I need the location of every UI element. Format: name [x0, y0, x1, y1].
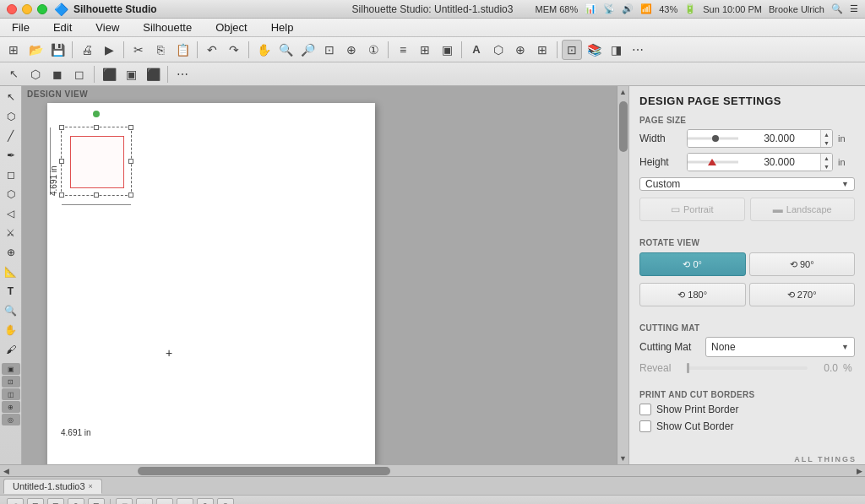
- tool-pan[interactable]: ✋: [2, 321, 20, 339]
- tb-align[interactable]: ≡: [393, 40, 413, 60]
- ctx-pointer[interactable]: ↖: [3, 64, 24, 84]
- tb-library[interactable]: 📚: [584, 40, 604, 60]
- scroll-thumb[interactable]: [619, 101, 628, 152]
- status-btn-fullscreen[interactable]: ◉: [217, 498, 234, 504]
- tool-weld[interactable]: ⊕: [2, 243, 20, 262]
- tool-text[interactable]: T: [2, 282, 20, 301]
- minimize-button[interactable]: [22, 4, 32, 14]
- menu-help[interactable]: Help: [266, 19, 299, 35]
- rotate-90-btn[interactable]: ⟲ 90°: [749, 252, 856, 276]
- close-button[interactable]: [7, 4, 17, 14]
- tool-polygon[interactable]: ⬡: [2, 185, 20, 203]
- status-btn-mirror-h[interactable]: ↔: [156, 498, 173, 504]
- tool-zoom[interactable]: 🔍: [2, 301, 20, 320]
- handle-tl[interactable]: [59, 125, 64, 130]
- tool-paint[interactable]: 🖌: [2, 340, 20, 359]
- scroll-right-btn[interactable]: ▶: [853, 465, 865, 476]
- landscape-button[interactable]: ▬ Landscape: [750, 198, 856, 221]
- tool-measure[interactable]: 📐: [2, 263, 20, 281]
- width-slider[interactable]: [688, 130, 738, 147]
- cutting-mat-dropdown[interactable]: None ▼: [705, 337, 855, 357]
- menu-object[interactable]: Object: [210, 19, 253, 35]
- tool-eraser[interactable]: ◁: [2, 204, 20, 223]
- tb-zoomsel[interactable]: ⊕: [341, 40, 362, 60]
- height-input-container[interactable]: 30.000 ▲ ▼: [687, 153, 833, 171]
- tb-pagesettings[interactable]: ⊡: [562, 40, 582, 60]
- tb-save[interactable]: 💾: [47, 40, 68, 60]
- maximize-button[interactable]: [37, 4, 47, 14]
- handle-bm[interactable]: [94, 192, 99, 198]
- reveal-thumb[interactable]: [687, 363, 689, 373]
- status-btn-snap[interactable]: ⊕: [68, 498, 84, 504]
- tb-trace[interactable]: ⊕: [510, 40, 530, 60]
- height-slider-thumb[interactable]: [708, 159, 716, 165]
- tb-node[interactable]: ⬡: [488, 40, 509, 60]
- tool-select[interactable]: ↖: [2, 88, 20, 106]
- handle-mr[interactable]: [128, 159, 133, 164]
- slider-thumb[interactable]: [712, 135, 719, 142]
- portrait-button[interactable]: ▭ Portrait: [639, 198, 745, 221]
- status-btn-outline[interactable]: ◻: [116, 498, 133, 504]
- tab-untitled[interactable]: Untitled-1.studio3 ×: [3, 479, 102, 494]
- tb-more[interactable]: ⋯: [628, 40, 648, 60]
- tb-send[interactable]: ▶: [99, 40, 119, 60]
- menu-view[interactable]: View: [90, 19, 124, 35]
- handle-tr[interactable]: [128, 125, 133, 130]
- show-print-border-checkbox[interactable]: [639, 404, 651, 415]
- tb-text[interactable]: A: [466, 40, 487, 60]
- tb-group[interactable]: ▣: [437, 40, 457, 60]
- selection-box[interactable]: [61, 127, 132, 196]
- tool-tab5[interactable]: ◎: [2, 414, 20, 425]
- tb-pan[interactable]: ✋: [253, 40, 274, 60]
- h-scroll-thumb[interactable]: [138, 467, 390, 475]
- ctx-align-r[interactable]: ⬛: [143, 64, 163, 84]
- height-up-arrow[interactable]: ▲: [821, 154, 832, 162]
- reveal-slider[interactable]: [687, 366, 808, 370]
- tb-zoomout[interactable]: 🔎: [297, 40, 318, 60]
- tb-zoomin[interactable]: 🔍: [275, 40, 296, 60]
- tb-paste[interactable]: 📋: [172, 40, 193, 60]
- tb-new[interactable]: ⊞: [3, 40, 24, 60]
- tb-undo[interactable]: ↶: [202, 40, 222, 60]
- menu-edit[interactable]: Edit: [48, 19, 77, 35]
- tool-node[interactable]: ⬡: [2, 107, 20, 126]
- rotate-180-btn[interactable]: ⟲ 180°: [639, 283, 746, 306]
- tool-knife[interactable]: ⚔: [2, 224, 20, 242]
- width-down-arrow[interactable]: ▼: [821, 138, 832, 147]
- tool-tab3[interactable]: ◫: [2, 388, 20, 400]
- ctx-nodes[interactable]: ⬡: [25, 64, 46, 84]
- tb-copy[interactable]: ⎘: [150, 40, 171, 60]
- rotate-270-btn[interactable]: ⟲ 270°: [749, 283, 856, 306]
- status-btn-guides[interactable]: ⊡: [47, 498, 64, 504]
- rotation-handle[interactable]: [93, 111, 100, 117]
- tb-open[interactable]: 📂: [25, 40, 46, 60]
- tool-shape[interactable]: ◻: [2, 165, 20, 184]
- width-value[interactable]: 30.000: [738, 133, 820, 144]
- page-size-dropdown[interactable]: Custom ▼: [639, 177, 855, 191]
- status-btn-delete[interactable]: ×: [136, 498, 153, 504]
- status-btn-zoom[interactable]: ⊕: [197, 498, 214, 504]
- scroll-up-btn[interactable]: ▲: [617, 86, 629, 98]
- handle-ml[interactable]: [59, 159, 64, 164]
- tool-tab2[interactable]: ⊡: [2, 376, 20, 387]
- width-up-arrow[interactable]: ▲: [821, 130, 832, 138]
- handle-bl[interactable]: [59, 192, 64, 198]
- scroll-down-btn[interactable]: ▼: [617, 453, 629, 464]
- height-value[interactable]: 30.000: [738, 156, 820, 168]
- show-cut-border-checkbox[interactable]: [639, 420, 651, 432]
- tab-close-btn[interactable]: ×: [89, 482, 93, 490]
- height-slider[interactable]: [688, 154, 738, 171]
- tb-fit[interactable]: ⊡: [319, 40, 340, 60]
- tb-pixelscan[interactable]: ⊞: [532, 40, 552, 60]
- handle-tm[interactable]: [94, 125, 99, 130]
- handle-br[interactable]: [128, 192, 133, 198]
- menu-file[interactable]: File: [7, 19, 35, 35]
- height-down-arrow[interactable]: ▼: [821, 162, 832, 171]
- ctx-align-c[interactable]: ▣: [121, 64, 141, 84]
- tb-print[interactable]: 🖨: [77, 40, 97, 60]
- width-input-container[interactable]: 30.000 ▲ ▼: [687, 129, 833, 148]
- tool-pen[interactable]: ✒: [2, 146, 20, 165]
- tool-line[interactable]: ╱: [2, 127, 20, 145]
- tb-layers[interactable]: ◨: [606, 40, 626, 60]
- tool-tab1[interactable]: ▣: [2, 363, 20, 375]
